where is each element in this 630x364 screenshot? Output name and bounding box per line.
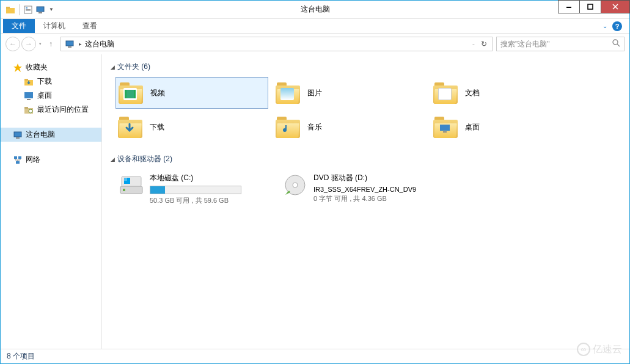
drive-local-c[interactable]: 本地磁盘 (C:) 50.3 GB 可用 , 共 59.6 GB (115, 170, 274, 208)
section-folders-header[interactable]: ◢ 文件夹 (6) (111, 59, 621, 75)
sidebar-item-downloads[interactable]: 下载 (1, 75, 101, 89)
folder-label: 下载 (150, 122, 164, 133)
minimize-button[interactable] (558, 0, 580, 13)
drive-dvd-d[interactable]: DVD 驱动器 (D:) IR3_SSS_X64FREV_ZH-CN_DV9 0… (279, 170, 438, 208)
svg-rect-26 (16, 161, 20, 164)
breadcrumb[interactable]: 这台电脑 (84, 39, 115, 49)
section-drives-header[interactable]: ◢ 设备和驱动器 (2) (111, 151, 621, 167)
svg-rect-10 (66, 41, 73, 46)
sidebar-favorites[interactable]: 收藏夹 (1, 60, 101, 75)
explorer-window: ▼ 这台电脑 文件 计算机 查看 ⌄ ? ← → ▾ ↑ ▸ 这 (0, 0, 630, 364)
folder-videos[interactable]: 视频 (115, 77, 268, 109)
search-box[interactable] (496, 37, 625, 51)
status-item-count: 8 个项目 (7, 351, 35, 362)
refresh-icon[interactable]: ↻ (481, 40, 487, 48)
svg-rect-31 (443, 131, 447, 133)
drive-stats: 0 字节 可用 , 共 4.36 GB (313, 194, 436, 203)
sidebar-network-label: 网络 (26, 155, 40, 165)
downloads-folder-icon (118, 116, 142, 138)
window-controls (558, 1, 629, 18)
navigation-bar: ← → ▾ ↑ ▸ 这台电脑 ⌄ ↻ (1, 34, 629, 54)
pc-small-icon[interactable] (35, 5, 45, 15)
svg-point-38 (293, 183, 298, 187)
sidebar-item-desktop[interactable]: 桌面 (1, 89, 101, 103)
svg-rect-11 (68, 46, 71, 48)
qat-dropdown[interactable]: ▼ (48, 7, 55, 12)
tab-view[interactable]: 查看 (74, 19, 106, 33)
svg-point-12 (613, 40, 618, 45)
address-bar[interactable]: ▸ 这台电脑 ⌄ ↻ (60, 37, 493, 51)
sidebar-item-label: 桌面 (37, 90, 52, 101)
nav-back-button[interactable]: ← (5, 37, 20, 51)
collapse-icon: ◢ (111, 156, 115, 162)
sidebar-item-label: 下载 (37, 76, 52, 87)
svg-rect-7 (38, 12, 42, 13)
sidebar-item-recent[interactable]: 最近访问的位置 (1, 103, 101, 117)
svg-line-13 (617, 44, 620, 46)
svg-rect-16 (24, 79, 28, 81)
drive-subtitle: IR3_SSS_X64FREV_ZH-CN_DV9 (313, 186, 436, 193)
svg-marker-14 (13, 64, 22, 72)
body: 收藏夹 下载 桌面 最近访问的位置 这台电脑 (1, 54, 629, 349)
nav-up-button[interactable]: ↑ (45, 38, 57, 50)
desktop-folder-icon (433, 116, 458, 138)
qat-separator (19, 4, 20, 15)
breadcrumb-arrow-icon[interactable]: ▸ (77, 41, 84, 47)
window-title: 这台电脑 (301, 4, 330, 15)
nav-history-dropdown[interactable]: ▾ (37, 42, 43, 46)
help-icon[interactable]: ? (612, 21, 622, 31)
folder-label: 桌面 (465, 122, 480, 133)
videos-folder-icon (119, 82, 143, 104)
folder-label: 视频 (150, 88, 165, 98)
documents-folder-icon (433, 82, 458, 104)
navigation-pane: 收藏夹 下载 桌面 最近访问的位置 这台电脑 (1, 54, 102, 349)
ribbon-expand-icon[interactable]: ⌄ (603, 23, 607, 29)
drive-capacity-bar (150, 186, 241, 194)
svg-rect-18 (27, 99, 31, 100)
address-dropdown-icon[interactable]: ⌄ (470, 42, 477, 46)
svg-rect-1 (6, 7, 10, 9)
watermark: 亿速云 (577, 343, 622, 356)
music-folder-icon (276, 116, 300, 138)
svg-rect-20 (24, 107, 28, 109)
maximize-button[interactable] (579, 0, 601, 13)
folder-pictures[interactable]: 图片 (273, 77, 426, 109)
network-icon (13, 155, 23, 165)
search-icon[interactable] (612, 39, 620, 49)
sidebar-this-pc-label: 这台电脑 (26, 129, 55, 140)
sidebar-this-pc[interactable]: 这台电脑 (1, 128, 101, 142)
folder-label: 音乐 (307, 122, 322, 133)
svg-rect-17 (24, 92, 33, 98)
hdd-icon (118, 173, 145, 197)
desktop-icon (24, 91, 34, 101)
address-pc-icon (65, 39, 75, 49)
sidebar-network[interactable]: 网络 (1, 153, 101, 167)
search-input[interactable] (500, 40, 612, 48)
svg-rect-28 (125, 90, 126, 98)
folders-grid: 视频 图片 文档 下载 音乐 (111, 75, 621, 151)
tab-computer[interactable]: 计算机 (35, 19, 74, 33)
recent-icon (24, 105, 34, 115)
nav-forward-button[interactable]: → (21, 37, 36, 51)
pictures-folder-icon (276, 82, 300, 104)
svg-rect-0 (6, 8, 15, 13)
svg-rect-23 (16, 137, 20, 139)
svg-rect-29 (134, 90, 136, 98)
content-pane: ◢ 文件夹 (6) 视频 图片 文档 下载 (102, 54, 629, 349)
svg-rect-8 (566, 7, 571, 8)
folder-downloads[interactable]: 下载 (115, 111, 268, 143)
close-button[interactable] (601, 0, 630, 13)
svg-rect-24 (14, 156, 17, 159)
tab-file[interactable]: 文件 (3, 19, 35, 33)
titlebar: ▼ 这台电脑 (1, 1, 629, 19)
dvd-icon (282, 173, 309, 197)
folder-desktop[interactable]: 桌面 (431, 111, 584, 143)
svg-rect-4 (26, 9, 31, 10)
svg-rect-30 (440, 125, 450, 131)
folder-music[interactable]: 音乐 (273, 111, 426, 143)
drive-stats: 50.3 GB 可用 , 共 59.6 GB (150, 196, 272, 205)
folder-documents[interactable]: 文档 (431, 77, 584, 109)
section-drives-label: 设备和驱动器 (2) (117, 154, 172, 164)
properties-icon[interactable] (23, 5, 33, 15)
collapse-icon: ◢ (111, 64, 115, 70)
